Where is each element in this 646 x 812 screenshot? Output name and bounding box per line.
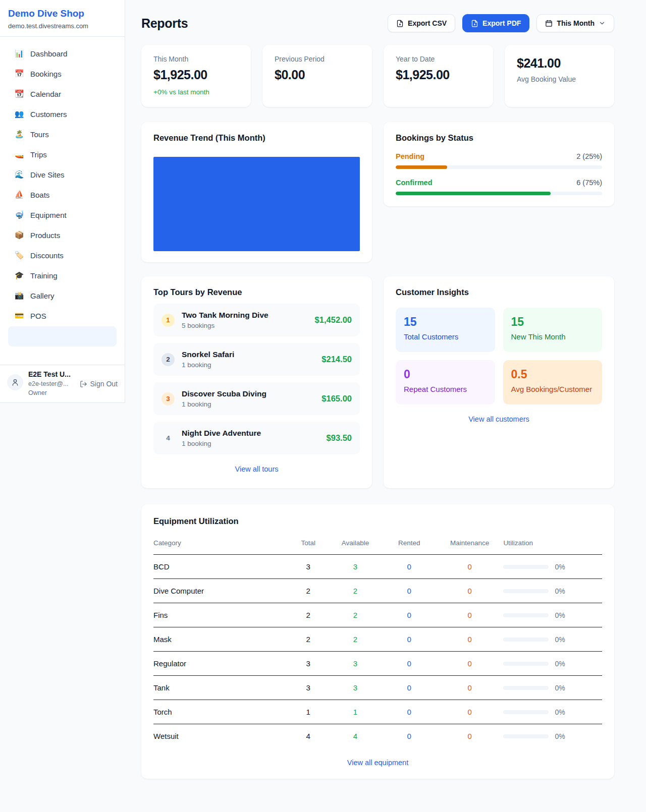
insight-tile-repeat-customers: 0 Repeat Customers <box>396 360 495 404</box>
sidebar-item-label: Dive Sites <box>30 170 65 179</box>
status-value: 6 (75%) <box>576 179 602 187</box>
calendar-icon <box>545 20 553 27</box>
discounts-icon: 🏷️ <box>14 251 24 260</box>
export-pdf-button[interactable]: Export PDF <box>462 14 529 32</box>
tile-value: 15 <box>404 315 487 329</box>
avatar <box>7 374 23 390</box>
sidebar-item-boats[interactable]: ⛵ Boats <box>8 185 117 204</box>
utilization-percent: 0% <box>555 732 565 740</box>
sidebar-item-label: Discounts <box>30 251 64 260</box>
sidebar-item-bookings[interactable]: 📅 Bookings <box>8 64 117 83</box>
tour-name: Night Dive Adventure <box>182 429 261 438</box>
sidebar-item-trips[interactable]: 🚤 Trips <box>8 145 117 164</box>
cell-utilization: 0% <box>503 627 602 652</box>
sign-out-button[interactable]: Sign Out <box>80 380 118 388</box>
tour-name: Discover Scuba Diving <box>182 389 266 398</box>
cell-category: Fins <box>153 603 288 627</box>
file-icon <box>471 20 478 27</box>
sidebar-item-calendar[interactable]: 📆 Calendar <box>8 84 117 103</box>
rank-badge: 3 <box>162 392 175 405</box>
stat-card-previous-period: Previous Period $0.00 <box>262 45 372 107</box>
utilization-bar <box>503 589 549 593</box>
sidebar-item-gallery[interactable]: 📸 Gallery <box>8 286 117 305</box>
sidebar-item-label: Customers <box>30 110 67 119</box>
stat-label: This Month <box>153 55 239 63</box>
table-row: Tank33000% <box>153 676 602 700</box>
stat-cards: This Month $1,925.00 +0% vs last month P… <box>141 45 614 107</box>
sidebar-item-label: Boats <box>30 191 49 199</box>
sidebar-item-label: Products <box>30 231 60 240</box>
cell-utilization: 0% <box>503 724 602 748</box>
tour-list-item[interactable]: 3 Discover Scuba Diving 1 booking $165.0… <box>153 382 360 415</box>
utilization-bar <box>503 686 549 690</box>
page-title: Reports <box>141 16 188 31</box>
sidebar-item-pos[interactable]: 💳 POS <box>8 306 117 325</box>
tour-list-item[interactable]: 1 Two Tank Morning Dive 5 bookings $1,45… <box>153 304 360 336</box>
boats-icon: ⛵ <box>14 190 24 199</box>
equipment-utilization-title: Equipment Utilization <box>153 516 602 526</box>
insight-tile-avg-bookings: 0.5 Avg Bookings/Customer <box>503 360 603 404</box>
cell-maintenance: 0 <box>436 700 503 724</box>
sidebar-item-tours[interactable]: 🏝️ Tours <box>8 125 117 144</box>
cell-available: 3 <box>329 676 383 700</box>
insight-tile-new-this-month: 15 New This Month <box>503 308 603 352</box>
sidebar-item-customers[interactable]: 👥 Customers <box>8 104 117 124</box>
stat-label: Year to Date <box>396 55 481 63</box>
cell-utilization: 0% <box>503 603 602 627</box>
tour-list-item[interactable]: 4 Night Dive Adventure 1 booking $93.50 <box>153 422 360 454</box>
view-all-tours-link[interactable]: View all tours <box>153 465 360 473</box>
period-dropdown[interactable]: This Month <box>536 14 614 32</box>
sidebar-item-discounts[interactable]: 🏷️ Discounts <box>8 246 117 265</box>
utilization-bar <box>503 662 549 666</box>
export-csv-button[interactable]: Export CSV <box>388 14 455 32</box>
cell-available: 2 <box>329 579 383 603</box>
sidebar-item-training[interactable]: 🎓 Training <box>8 266 117 285</box>
cell-category: Dive Computer <box>153 579 288 603</box>
sidebar-item-label: Trips <box>30 150 47 159</box>
progress-track <box>396 192 602 195</box>
column-header-utilization: Utilization <box>503 534 602 555</box>
sidebar-item-dashboard[interactable]: 📊 Dashboard <box>8 44 117 63</box>
cell-utilization: 0% <box>503 676 602 700</box>
sidebar-item-equipment[interactable]: 🤿 Equipment <box>8 205 117 224</box>
table-row: Fins22000% <box>153 603 602 627</box>
cell-utilization: 0% <box>503 579 602 603</box>
sidebar-item-products[interactable]: 📦 Products <box>8 225 117 245</box>
tile-label: Avg Bookings/Customer <box>511 385 595 393</box>
utilization-bar <box>503 734 549 738</box>
utilization-bar <box>503 613 549 617</box>
rank-badge: 1 <box>162 314 175 327</box>
stat-card-year-to-date: Year to Date $1,925.00 <box>384 45 493 107</box>
cell-available: 3 <box>329 555 383 579</box>
tour-list-item[interactable]: 2 Snorkel Safari 1 booking $214.50 <box>153 343 360 376</box>
rank-badge: 2 <box>162 353 175 366</box>
stat-label: Previous Period <box>275 55 360 63</box>
sidebar-item-reports-active[interactable] <box>8 326 117 346</box>
cell-total: 3 <box>288 652 329 676</box>
brand-name: Demo Dive Shop <box>8 8 117 19</box>
tile-value: 0.5 <box>511 368 595 381</box>
cell-category: BCD <box>153 555 288 579</box>
sign-out-icon <box>80 380 87 388</box>
tour-name: Snorkel Safari <box>182 350 234 359</box>
rank-badge: 4 <box>162 432 175 445</box>
sidebar-item-label: Gallery <box>30 292 55 300</box>
view-all-equipment-link[interactable]: View all equipment <box>153 759 602 767</box>
revenue-trend-card: Revenue Trend (This Month) <box>141 122 372 262</box>
tour-bookings: 5 bookings <box>182 322 268 329</box>
cell-category: Torch <box>153 700 288 724</box>
cell-category: Tank <box>153 676 288 700</box>
cell-total: 4 <box>288 724 329 748</box>
cell-total: 3 <box>288 555 329 579</box>
products-icon: 📦 <box>14 230 24 240</box>
tile-value: 0 <box>404 368 487 381</box>
status-value: 2 (25%) <box>576 152 602 160</box>
bookings-by-status-card: Bookings by Status Pending 2 (25%) Confi… <box>384 122 614 206</box>
sidebar-item-dive-sites[interactable]: 🌊 Dive Sites <box>8 165 117 184</box>
view-all-customers-link[interactable]: View all customers <box>396 415 602 423</box>
cell-maintenance: 0 <box>436 724 503 748</box>
sidebar: Demo Dive Shop demo.test.divestreams.com… <box>0 0 125 403</box>
column-header-rented: Rented <box>382 534 436 555</box>
utilization-percent: 0% <box>555 660 565 668</box>
status-row-confirmed: Confirmed 6 (75%) <box>396 179 602 195</box>
